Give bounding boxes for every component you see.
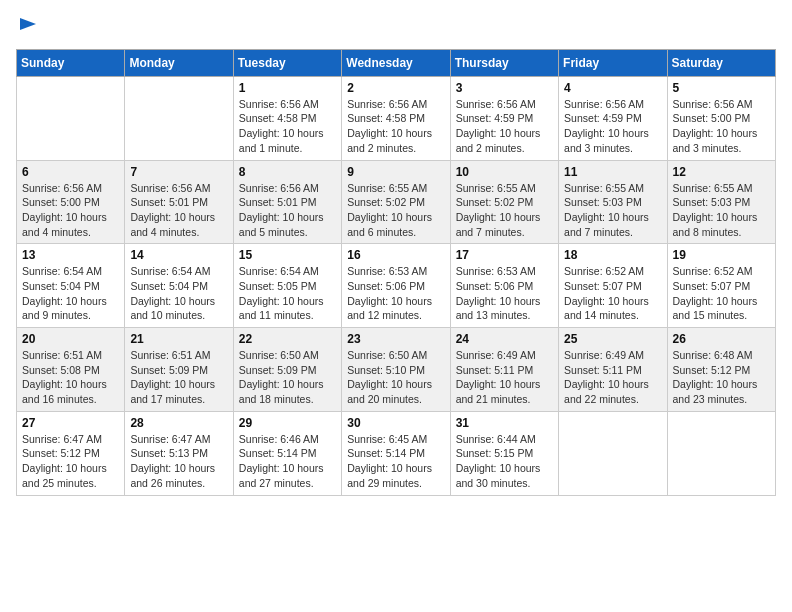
day-number: 7 (130, 165, 227, 179)
calendar-cell: 18Sunrise: 6:52 AM Sunset: 5:07 PM Dayli… (559, 244, 667, 328)
day-number: 21 (130, 332, 227, 346)
day-number: 31 (456, 416, 553, 430)
calendar-cell: 9Sunrise: 6:55 AM Sunset: 5:02 PM Daylig… (342, 160, 450, 244)
calendar-cell: 25Sunrise: 6:49 AM Sunset: 5:11 PM Dayli… (559, 328, 667, 412)
calendar-cell: 27Sunrise: 6:47 AM Sunset: 5:12 PM Dayli… (17, 411, 125, 495)
logo (16, 16, 38, 41)
day-detail: Sunrise: 6:54 AM Sunset: 5:05 PM Dayligh… (239, 264, 336, 323)
day-detail: Sunrise: 6:56 AM Sunset: 4:59 PM Dayligh… (564, 97, 661, 156)
day-detail: Sunrise: 6:56 AM Sunset: 4:59 PM Dayligh… (456, 97, 553, 156)
day-detail: Sunrise: 6:52 AM Sunset: 5:07 PM Dayligh… (673, 264, 770, 323)
day-detail: Sunrise: 6:55 AM Sunset: 5:02 PM Dayligh… (456, 181, 553, 240)
day-detail: Sunrise: 6:52 AM Sunset: 5:07 PM Dayligh… (564, 264, 661, 323)
day-number: 25 (564, 332, 661, 346)
calendar-cell (667, 411, 775, 495)
day-detail: Sunrise: 6:51 AM Sunset: 5:09 PM Dayligh… (130, 348, 227, 407)
calendar-cell (125, 76, 233, 160)
day-detail: Sunrise: 6:55 AM Sunset: 5:03 PM Dayligh… (673, 181, 770, 240)
day-detail: Sunrise: 6:56 AM Sunset: 4:58 PM Dayligh… (347, 97, 444, 156)
day-detail: Sunrise: 6:54 AM Sunset: 5:04 PM Dayligh… (130, 264, 227, 323)
day-number: 28 (130, 416, 227, 430)
day-number: 26 (673, 332, 770, 346)
day-number: 19 (673, 248, 770, 262)
calendar-cell (17, 76, 125, 160)
calendar-cell: 10Sunrise: 6:55 AM Sunset: 5:02 PM Dayli… (450, 160, 558, 244)
day-number: 4 (564, 81, 661, 95)
day-of-week-header: Saturday (667, 49, 775, 76)
calendar-cell: 31Sunrise: 6:44 AM Sunset: 5:15 PM Dayli… (450, 411, 558, 495)
day-detail: Sunrise: 6:50 AM Sunset: 5:10 PM Dayligh… (347, 348, 444, 407)
calendar-cell: 3Sunrise: 6:56 AM Sunset: 4:59 PM Daylig… (450, 76, 558, 160)
day-detail: Sunrise: 6:56 AM Sunset: 5:00 PM Dayligh… (673, 97, 770, 156)
day-of-week-header: Wednesday (342, 49, 450, 76)
day-of-week-header: Sunday (17, 49, 125, 76)
day-detail: Sunrise: 6:46 AM Sunset: 5:14 PM Dayligh… (239, 432, 336, 491)
calendar-cell: 15Sunrise: 6:54 AM Sunset: 5:05 PM Dayli… (233, 244, 341, 328)
day-detail: Sunrise: 6:44 AM Sunset: 5:15 PM Dayligh… (456, 432, 553, 491)
day-detail: Sunrise: 6:49 AM Sunset: 5:11 PM Dayligh… (564, 348, 661, 407)
calendar-cell: 1Sunrise: 6:56 AM Sunset: 4:58 PM Daylig… (233, 76, 341, 160)
calendar-week-row: 27Sunrise: 6:47 AM Sunset: 5:12 PM Dayli… (17, 411, 776, 495)
calendar-cell: 30Sunrise: 6:45 AM Sunset: 5:14 PM Dayli… (342, 411, 450, 495)
day-number: 18 (564, 248, 661, 262)
day-detail: Sunrise: 6:47 AM Sunset: 5:12 PM Dayligh… (22, 432, 119, 491)
day-number: 10 (456, 165, 553, 179)
day-number: 22 (239, 332, 336, 346)
day-detail: Sunrise: 6:55 AM Sunset: 5:02 PM Dayligh… (347, 181, 444, 240)
calendar-week-row: 6Sunrise: 6:56 AM Sunset: 5:00 PM Daylig… (17, 160, 776, 244)
day-of-week-header: Monday (125, 49, 233, 76)
day-detail: Sunrise: 6:56 AM Sunset: 5:01 PM Dayligh… (239, 181, 336, 240)
day-number: 2 (347, 81, 444, 95)
calendar-cell: 6Sunrise: 6:56 AM Sunset: 5:00 PM Daylig… (17, 160, 125, 244)
day-number: 6 (22, 165, 119, 179)
calendar-cell: 11Sunrise: 6:55 AM Sunset: 5:03 PM Dayli… (559, 160, 667, 244)
calendar-cell: 2Sunrise: 6:56 AM Sunset: 4:58 PM Daylig… (342, 76, 450, 160)
calendar-cell: 4Sunrise: 6:56 AM Sunset: 4:59 PM Daylig… (559, 76, 667, 160)
day-number: 20 (22, 332, 119, 346)
calendar-cell: 17Sunrise: 6:53 AM Sunset: 5:06 PM Dayli… (450, 244, 558, 328)
calendar-cell: 24Sunrise: 6:49 AM Sunset: 5:11 PM Dayli… (450, 328, 558, 412)
calendar-cell: 22Sunrise: 6:50 AM Sunset: 5:09 PM Dayli… (233, 328, 341, 412)
day-number: 17 (456, 248, 553, 262)
day-number: 5 (673, 81, 770, 95)
day-number: 30 (347, 416, 444, 430)
calendar-cell: 8Sunrise: 6:56 AM Sunset: 5:01 PM Daylig… (233, 160, 341, 244)
day-number: 11 (564, 165, 661, 179)
page-header (16, 16, 776, 41)
calendar-week-row: 13Sunrise: 6:54 AM Sunset: 5:04 PM Dayli… (17, 244, 776, 328)
day-number: 23 (347, 332, 444, 346)
calendar-cell: 20Sunrise: 6:51 AM Sunset: 5:08 PM Dayli… (17, 328, 125, 412)
day-of-week-header: Friday (559, 49, 667, 76)
calendar-cell: 28Sunrise: 6:47 AM Sunset: 5:13 PM Dayli… (125, 411, 233, 495)
calendar-cell: 29Sunrise: 6:46 AM Sunset: 5:14 PM Dayli… (233, 411, 341, 495)
day-detail: Sunrise: 6:53 AM Sunset: 5:06 PM Dayligh… (456, 264, 553, 323)
day-detail: Sunrise: 6:48 AM Sunset: 5:12 PM Dayligh… (673, 348, 770, 407)
day-detail: Sunrise: 6:51 AM Sunset: 5:08 PM Dayligh… (22, 348, 119, 407)
calendar-cell: 12Sunrise: 6:55 AM Sunset: 5:03 PM Dayli… (667, 160, 775, 244)
day-detail: Sunrise: 6:50 AM Sunset: 5:09 PM Dayligh… (239, 348, 336, 407)
day-detail: Sunrise: 6:47 AM Sunset: 5:13 PM Dayligh… (130, 432, 227, 491)
calendar-cell: 14Sunrise: 6:54 AM Sunset: 5:04 PM Dayli… (125, 244, 233, 328)
day-number: 16 (347, 248, 444, 262)
day-detail: Sunrise: 6:45 AM Sunset: 5:14 PM Dayligh… (347, 432, 444, 491)
svg-marker-0 (20, 18, 36, 30)
day-of-week-header: Tuesday (233, 49, 341, 76)
calendar-cell: 16Sunrise: 6:53 AM Sunset: 5:06 PM Dayli… (342, 244, 450, 328)
calendar-cell: 21Sunrise: 6:51 AM Sunset: 5:09 PM Dayli… (125, 328, 233, 412)
day-detail: Sunrise: 6:49 AM Sunset: 5:11 PM Dayligh… (456, 348, 553, 407)
day-number: 1 (239, 81, 336, 95)
day-of-week-header: Thursday (450, 49, 558, 76)
day-detail: Sunrise: 6:53 AM Sunset: 5:06 PM Dayligh… (347, 264, 444, 323)
day-number: 27 (22, 416, 119, 430)
day-detail: Sunrise: 6:56 AM Sunset: 5:01 PM Dayligh… (130, 181, 227, 240)
day-number: 3 (456, 81, 553, 95)
calendar-cell: 19Sunrise: 6:52 AM Sunset: 5:07 PM Dayli… (667, 244, 775, 328)
calendar-week-row: 1Sunrise: 6:56 AM Sunset: 4:58 PM Daylig… (17, 76, 776, 160)
day-number: 29 (239, 416, 336, 430)
calendar-week-row: 20Sunrise: 6:51 AM Sunset: 5:08 PM Dayli… (17, 328, 776, 412)
day-number: 24 (456, 332, 553, 346)
day-detail: Sunrise: 6:54 AM Sunset: 5:04 PM Dayligh… (22, 264, 119, 323)
day-number: 9 (347, 165, 444, 179)
calendar-cell: 13Sunrise: 6:54 AM Sunset: 5:04 PM Dayli… (17, 244, 125, 328)
calendar-cell (559, 411, 667, 495)
